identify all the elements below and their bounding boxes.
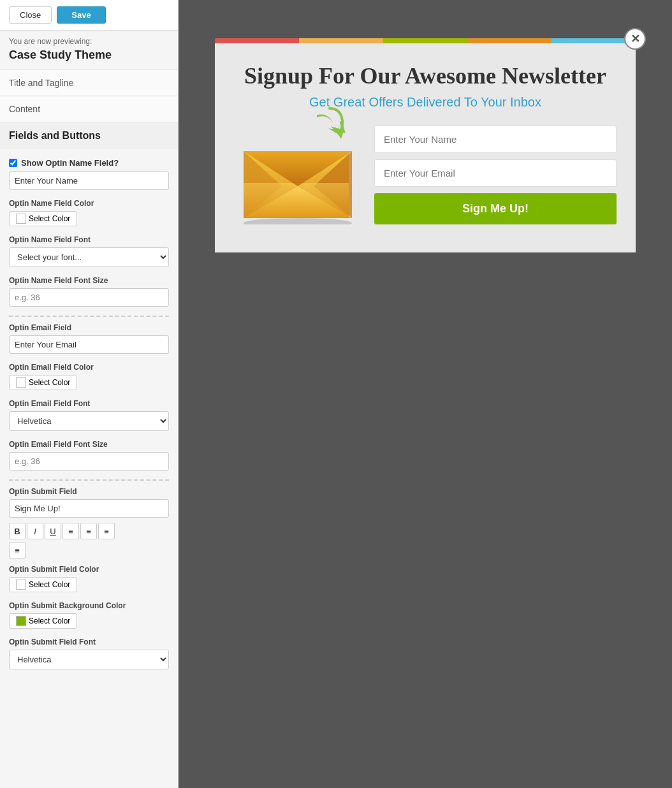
name-font-label: Optin Name Field Font <box>9 235 169 244</box>
show-name-label: Show Optin Name Field? <box>21 158 119 168</box>
show-name-field-row: Show Optin Name Field? <box>9 158 169 168</box>
color-bar-red <box>215 38 299 43</box>
indent-button[interactable]: ≡ <box>9 542 26 558</box>
popup-close-button[interactable]: ✕ <box>624 28 646 50</box>
submit-color-swatch <box>16 580 26 590</box>
popup-submit-button[interactable]: Sign Me Up! <box>374 193 617 224</box>
arrow-icon <box>317 103 355 142</box>
popup-title: Signup For Our Awesome Newsletter <box>234 62 617 90</box>
submit-color-btn-label: Select Color <box>29 580 70 589</box>
email-color-btn-label: Select Color <box>29 378 70 387</box>
name-color-swatch <box>16 214 26 224</box>
email-color-swatch <box>16 377 26 388</box>
name-color-btn[interactable]: Select Color <box>9 211 77 226</box>
popup-email-input[interactable] <box>374 159 617 187</box>
color-bar-yellow <box>467 38 551 43</box>
color-bar-orange <box>299 38 383 43</box>
sidebar: Close Save You are now previewing: Case … <box>0 0 179 788</box>
italic-button[interactable]: I <box>27 523 43 539</box>
sidebar-item-title-tagline[interactable]: Title and Tagline <box>0 69 178 96</box>
save-button[interactable]: Save <box>57 6 105 24</box>
name-font-size-label: Optin Name Field Font Size <box>9 276 169 285</box>
popup-subtitle: Get Great Offers Delivered To Your Inbox <box>234 95 617 110</box>
email-font-size-label: Optin Email Field Font Size <box>9 440 169 449</box>
email-color-btn[interactable]: Select Color <box>9 375 77 390</box>
popup-wrapper: ✕ Signup For Our Awesome Newsletter Get … <box>215 38 636 252</box>
formatting-toolbar: B I U ≡ ≡ ≡ <box>9 523 169 539</box>
close-button[interactable]: Close <box>9 6 52 24</box>
align-center-button[interactable]: ≡ <box>80 523 97 539</box>
envelope-illustration <box>234 122 362 227</box>
sidebar-item-content[interactable]: Content <box>0 96 178 122</box>
email-field-input[interactable] <box>9 335 169 354</box>
bold-button[interactable]: B <box>9 523 26 539</box>
email-field-label: Optin Email Field <box>9 323 169 332</box>
popup-name-input[interactable] <box>374 126 617 153</box>
submit-field-label: Optin Submit Field <box>9 487 169 496</box>
sidebar-header: Close Save <box>0 0 178 31</box>
popup-content: Sign Me Up! <box>234 122 617 227</box>
email-font-label: Optin Email Field Font <box>9 399 169 408</box>
popup-body: Signup For Our Awesome Newsletter Get Gr… <box>215 43 636 252</box>
submit-color-label: Optin Submit Field Color <box>9 565 169 574</box>
color-bar-green <box>383 38 467 43</box>
sidebar-item-fields-buttons[interactable]: Fields and Buttons <box>0 122 178 149</box>
name-color-btn-label: Select Color <box>29 214 70 223</box>
theme-name: Case Study Theme <box>0 48 178 69</box>
submit-font-label: Optin Submit Field Font <box>9 638 169 646</box>
submit-color-btn[interactable]: Select Color <box>9 577 77 592</box>
align-left-button[interactable]: ≡ <box>62 523 79 539</box>
name-font-select[interactable]: Select your font... <box>9 247 169 267</box>
show-name-checkbox[interactable] <box>9 159 17 167</box>
name-font-size-input[interactable] <box>9 288 169 307</box>
popup-form: Sign Me Up! <box>374 126 617 224</box>
align-right-button[interactable]: ≡ <box>98 523 115 539</box>
preview-text: You are now previewing: <box>0 31 178 48</box>
formatting-toolbar-row2: ≡ <box>9 542 169 558</box>
svg-point-1 <box>244 218 352 224</box>
color-bar-blue <box>551 38 636 43</box>
popup-color-bar <box>215 38 636 43</box>
name-color-label: Optin Name Field Color <box>9 199 169 208</box>
submit-bg-color-btn[interactable]: Select Color <box>9 613 77 629</box>
submit-font-select[interactable]: Helvetica <box>9 650 169 669</box>
submit-bg-color-swatch <box>16 616 26 626</box>
underline-button[interactable]: U <box>45 523 61 539</box>
svg-rect-7 <box>244 183 349 218</box>
fields-section: Show Optin Name Field? Optin Name Field … <box>0 149 178 676</box>
email-font-select[interactable]: Helvetica <box>9 411 169 431</box>
name-field-input[interactable] <box>9 171 169 190</box>
email-font-size-input[interactable] <box>9 452 169 471</box>
email-color-label: Optin Email Field Color <box>9 363 169 372</box>
submit-field-input[interactable] <box>9 499 169 518</box>
submit-bg-color-label: Optin Submit Background Color <box>9 601 169 610</box>
main-preview: ✕ Signup For Our Awesome Newsletter Get … <box>179 0 672 788</box>
submit-bg-color-btn-label: Select Color <box>29 617 70 625</box>
